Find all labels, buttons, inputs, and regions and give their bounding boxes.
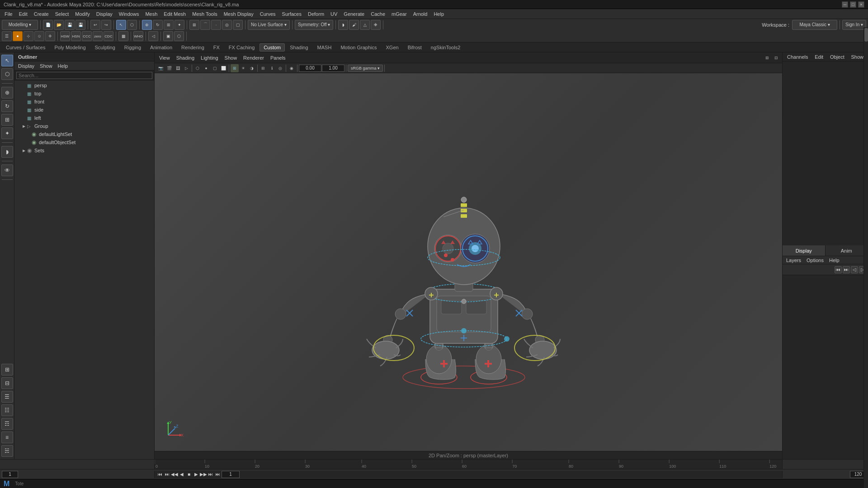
snap-proj-btn[interactable]: ◎ [222, 20, 232, 30]
hsw-btn[interactable]: HSW [60, 31, 70, 41]
menu-deform[interactable]: Deform [305, 10, 327, 18]
menu-modify[interactable]: Modify [72, 10, 92, 18]
rotate-tool[interactable]: ↻ [1, 100, 13, 112]
maximize-button[interactable]: □ [850, 1, 856, 8]
vp-expand-btn[interactable]: ⊞ [763, 54, 771, 62]
vp-shadow-btn[interactable]: ◑ [248, 64, 256, 72]
undo-btn[interactable]: ↩ [90, 20, 100, 30]
tree-item-side[interactable]: ▦ side [14, 106, 154, 114]
tree-item-top[interactable]: ▦ top [14, 89, 154, 98]
tool-bottom3[interactable]: ☰ [1, 391, 13, 403]
tree-item-group[interactable]: ▶ ▷ Group [14, 122, 154, 130]
tree-item-left[interactable]: ▦ left [14, 114, 154, 122]
vp-menu-shading[interactable]: Shading [174, 55, 197, 61]
menu-display[interactable]: Display [94, 10, 115, 18]
ch-menu-channels[interactable]: Channels [785, 54, 810, 60]
pb-play-fwd[interactable]: ▶ [193, 471, 200, 478]
scale-tool[interactable]: ⊞ [1, 114, 13, 126]
modelling-dropdown[interactable]: Modelling ▾ [2, 20, 38, 30]
tree-item-sets[interactable]: ▶ ◉ Sets [14, 146, 154, 155]
tab-motion-graphics[interactable]: Motion Graphics [336, 43, 381, 52]
anim-btn3[interactable]: ◁ [851, 266, 858, 273]
options-btn[interactable]: ☰ [2, 31, 12, 41]
minimize-button[interactable]: ─ [842, 1, 848, 8]
lasso-btn[interactable]: ⬡ [127, 20, 137, 30]
tab-rigging[interactable]: Rigging [120, 43, 145, 52]
tab-shading[interactable]: Shading [286, 43, 312, 52]
scale-btn[interactable]: ⊞ [164, 20, 174, 30]
pb-stop[interactable]: ■ [185, 471, 193, 478]
close-button[interactable]: × [858, 1, 864, 8]
tool-bottom7[interactable]: ☵ [1, 445, 13, 457]
menu-arnold[interactable]: Arnold [410, 10, 430, 18]
zero-btn[interactable]: zero [93, 31, 103, 41]
pb-play-back[interactable]: ◀ [178, 471, 185, 478]
tab-ngskintools2[interactable]: ngSkinTools2 [427, 43, 464, 52]
move-tool[interactable]: ⊕ [1, 87, 13, 99]
render-region-btn[interactable]: ▣ [163, 31, 173, 41]
menu-mgear[interactable]: mGear [389, 10, 410, 18]
tab-anim[interactable]: Anim [826, 245, 868, 256]
tree-item-persp[interactable]: ▦ persp [14, 81, 154, 89]
vp-menu-view[interactable]: View [156, 55, 173, 61]
select-btn[interactable]: ↖ [116, 20, 126, 30]
ch-menu-object[interactable]: Object [828, 54, 846, 60]
snap-surface-btn[interactable]: ▢ [233, 20, 243, 30]
open-file-btn[interactable]: 📂 [54, 20, 64, 30]
vp-scene-btn[interactable]: 🎬 [165, 64, 173, 72]
tab-display[interactable]: Display [783, 245, 826, 256]
menu-curves[interactable]: Curves [257, 10, 278, 18]
pb-step-fwd[interactable]: ▶▶ [200, 471, 207, 478]
menu-edit[interactable]: Edit [16, 10, 30, 18]
pb-prev-key[interactable]: ⏭ [164, 471, 171, 478]
universal-btn[interactable]: ✦ [175, 20, 184, 30]
ch-menu-show[interactable]: Show [849, 54, 865, 60]
menu-cache[interactable]: Cache [368, 10, 388, 18]
vp-texture-btn[interactable]: ⊞ [231, 64, 239, 72]
tab-poly-modeling[interactable]: Poly Modeling [50, 43, 90, 52]
soft-select-btn[interactable]: ◗ [338, 20, 348, 30]
tool-bottom6[interactable]: ≡ [1, 432, 13, 443]
rotate-btn[interactable]: ↻ [153, 20, 163, 30]
vp-input2[interactable] [322, 65, 344, 72]
vp-collapse-btn[interactable]: ⊟ [772, 54, 780, 62]
sculpt-btn[interactable]: △ [360, 20, 370, 30]
menu-windows[interactable]: Windows [116, 10, 142, 18]
show-hide-tool[interactable]: 👁 [1, 164, 13, 176]
pb-skip-start[interactable]: ⏮ [156, 471, 164, 478]
vp-hud-btn[interactable]: ℹ [268, 64, 276, 72]
arrow-back-btn[interactable]: ◁ [148, 31, 158, 41]
da-menu-layers[interactable]: Layers [784, 257, 803, 263]
mesh-vis-btn[interactable]: ▦ [118, 31, 128, 41]
redo-btn[interactable]: ↪ [101, 20, 111, 30]
move-btn[interactable]: ⊕ [142, 20, 152, 30]
snap-curve-btn[interactable]: ⌒ [200, 20, 210, 30]
vp-light-btn[interactable]: ☀ [239, 64, 247, 72]
ccc-btn1[interactable]: CCC [82, 31, 92, 41]
cdc-btn[interactable]: CDC [104, 31, 113, 41]
menu-uv[interactable]: UV [328, 10, 340, 18]
menu-file[interactable]: File [2, 10, 15, 18]
tab-fx-caching[interactable]: FX Caching [225, 43, 259, 52]
vp-menu-show[interactable]: Show [222, 55, 240, 61]
outliner-search-input[interactable] [16, 72, 152, 79]
vp-input1[interactable] [299, 65, 321, 72]
paint-btn[interactable]: 🖌 [349, 20, 359, 30]
tool-bottom4[interactable]: ☷ [1, 404, 13, 416]
outliner-scrollbar[interactable] [863, 52, 868, 459]
tab-rendering[interactable]: Rendering [177, 43, 208, 52]
tab-mash[interactable]: MASH [313, 43, 336, 52]
tool-bottom2[interactable]: ⊟ [1, 377, 13, 389]
snap-grid-btn[interactable]: ⊞ [189, 20, 199, 30]
da-menu-options[interactable]: Options [805, 257, 826, 263]
orange-sphere-btn[interactable]: ● [13, 31, 23, 41]
menu-create[interactable]: Create [31, 10, 52, 18]
show-manip-btn[interactable]: ✙ [371, 20, 381, 30]
anim-btn2[interactable]: ⏭ [843, 266, 850, 273]
soft-mod-tool[interactable]: ◗ [1, 146, 13, 158]
vp-cam-btn[interactable]: 📷 [156, 64, 165, 72]
snap-point-btn[interactable]: · [211, 20, 221, 30]
pb-step-back[interactable]: ◀◀ [171, 471, 178, 478]
universal-tool[interactable]: ✦ [1, 127, 13, 139]
frame-number-input[interactable] [222, 471, 240, 478]
